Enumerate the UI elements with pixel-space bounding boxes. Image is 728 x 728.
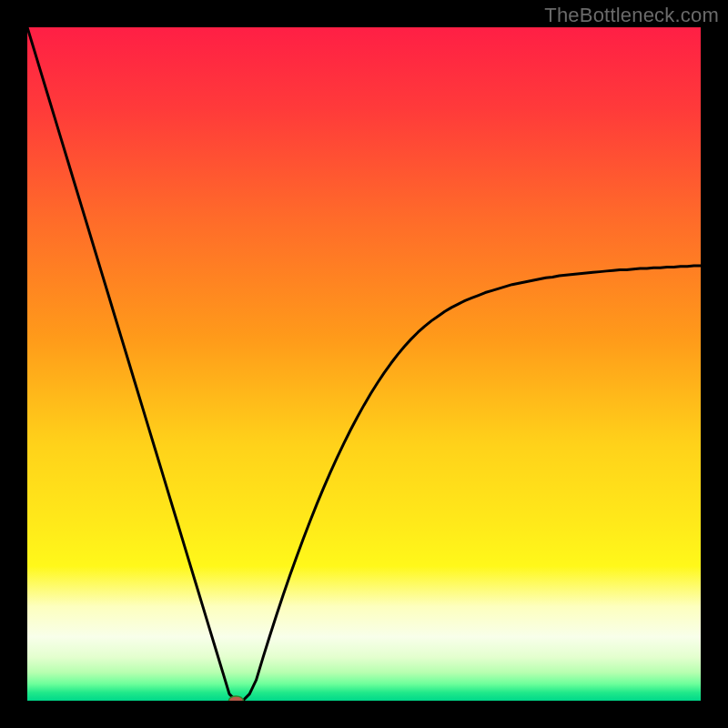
plot-area: [27, 27, 701, 701]
chart-svg: [27, 27, 701, 701]
watermark-text: TheBottleneck.com: [544, 4, 719, 27]
chart-frame: TheBottleneck.com: [0, 0, 728, 728]
optimum-marker: [228, 696, 243, 701]
